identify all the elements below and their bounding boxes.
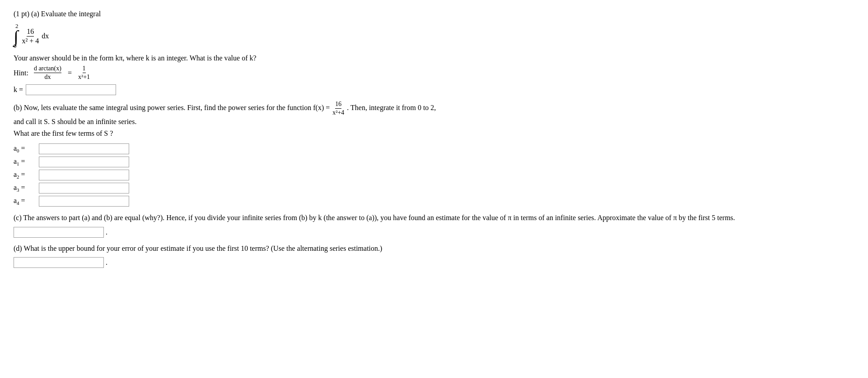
- part-d-text: What is the upper bound for your error o…: [23, 244, 382, 252]
- series-term-row-4: a4 =: [14, 196, 854, 207]
- part-c-text: The answers to part (a) and (b) are equa…: [23, 214, 735, 221]
- part-b-fx-label: f(x) =: [313, 104, 330, 111]
- term-label-3: a3 =: [14, 184, 36, 193]
- part-b-label: (b): [14, 104, 22, 111]
- part-d-label: (d): [14, 244, 22, 252]
- integral-numerator: 16: [27, 28, 34, 37]
- part-a-header: (1 pt) (a) Evaluate the integral: [14, 9, 854, 19]
- part-b-text2: . Then, integrate it from 0 to 2,: [347, 104, 436, 111]
- k-input-row: k =: [14, 84, 854, 95]
- series-term-row-1: a1 =: [14, 157, 854, 167]
- hint-label: Hint:: [14, 69, 28, 77]
- term-label-2: a2 =: [14, 171, 36, 180]
- hint-rhs-fraction: 1 x²+1: [78, 65, 90, 81]
- integral-bounds: 2 ∫ 0: [14, 23, 18, 50]
- hint-rhs-denominator: x²+1: [78, 73, 90, 81]
- series-term-row-0: a0 =: [14, 143, 854, 154]
- dx-term: dx: [42, 32, 49, 40]
- hint-fraction: d arctan(x) dx: [34, 65, 61, 81]
- part-b-text3: and call it S. S should be an infinite s…: [14, 118, 136, 125]
- part-d-input[interactable]: [14, 257, 104, 268]
- hint-rhs-numerator: 1: [83, 65, 86, 73]
- answer-form-line: Your answer should be in the form kπ, wh…: [14, 54, 854, 62]
- a2-input[interactable]: [39, 170, 129, 180]
- part-a-prefix: (1 pt) (a): [14, 10, 39, 18]
- hint-fraction-den: dx: [44, 73, 51, 81]
- hint-fraction-num: d arctan(x): [34, 65, 61, 73]
- part-c-input[interactable]: [14, 227, 104, 238]
- a3-input[interactable]: [39, 183, 129, 194]
- term-label-1: a1 =: [14, 157, 36, 166]
- problem-container: (1 pt) (a) Evaluate the integral 2 ∫ 0 1…: [14, 9, 854, 268]
- a4-input[interactable]: [39, 196, 129, 207]
- a1-input[interactable]: [39, 157, 129, 167]
- part-b-inline-fraction: 16 x²+4: [332, 101, 344, 116]
- part-b-text: (b) Now, lets evaluate the same integral…: [14, 101, 854, 139]
- part-d-section: (d) What is the upper bound for your err…: [14, 243, 854, 268]
- k-label: k =: [14, 86, 23, 94]
- part-b-text1: Now, lets evaluate the same integral usi…: [24, 104, 312, 111]
- series-terms-section: a0 = a1 = a2 = a3 = a4 =: [14, 143, 854, 207]
- integral-lower-bound: 0: [14, 42, 17, 50]
- part-b-text4: What are the first few terms of S ?: [14, 129, 113, 137]
- part-b-fx-denominator: x²+4: [332, 109, 344, 116]
- hint-equals: =: [68, 69, 72, 77]
- term-label-4: a4 =: [14, 197, 36, 206]
- integral-denominator: x² + 4: [22, 37, 39, 45]
- hint-line: Hint: d arctan(x) dx = 1 x²+1: [14, 65, 854, 81]
- integral-symbol-container: 2 ∫ 0: [14, 23, 19, 50]
- integral-fraction: 16 x² + 4: [22, 28, 39, 45]
- part-c-section: (c) The answers to part (a) and (b) are …: [14, 212, 854, 238]
- k-input[interactable]: [26, 84, 116, 95]
- part-c-label: (c): [14, 214, 22, 221]
- integral-expression: 2 ∫ 0 16 x² + 4 dx: [14, 23, 49, 50]
- series-term-row-3: a3 =: [14, 183, 854, 194]
- part-a-title: Evaluate the integral: [41, 10, 101, 18]
- part-c-period: .: [106, 226, 107, 238]
- term-label-0: a0 =: [14, 144, 36, 153]
- part-d-input-row: .: [14, 257, 854, 268]
- part-b-fx-numerator: 16: [335, 101, 341, 108]
- part-c-input-row: .: [14, 226, 854, 238]
- a0-input[interactable]: [39, 143, 129, 154]
- series-term-row-2: a2 =: [14, 170, 854, 180]
- part-d-period: .: [106, 257, 107, 268]
